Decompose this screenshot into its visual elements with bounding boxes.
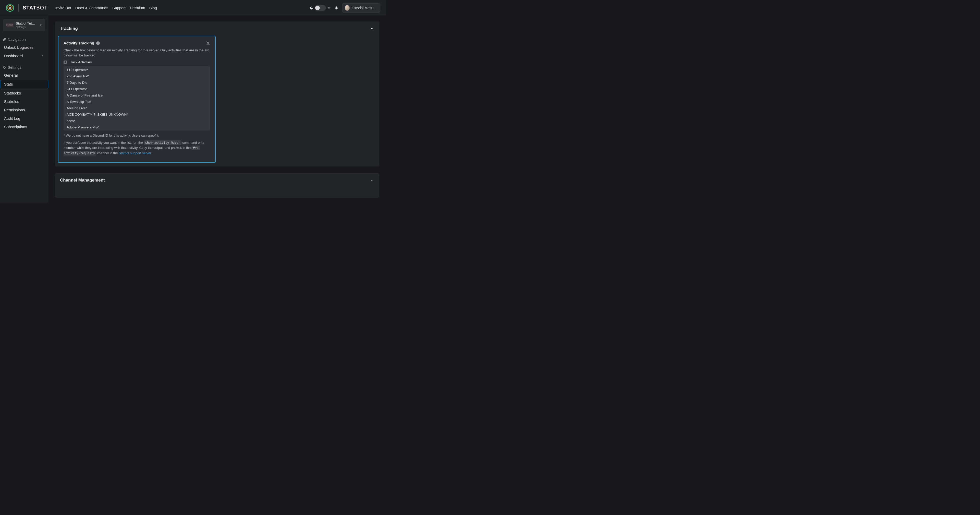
- server-selector[interactable]: STATBOT Statbot Tutorials Settings ▼: [3, 19, 45, 31]
- sidebar-item-label: Subscriptions: [4, 124, 27, 129]
- brand-bot: BOT: [36, 5, 48, 11]
- card-description: Check the box below to turn on Activity …: [64, 48, 210, 58]
- sidebar: STATBOT Statbot Tutorials Settings ▼ Nav…: [0, 16, 48, 203]
- activity-list-item[interactable]: A Dance of Fire and Ice: [64, 92, 210, 99]
- panel-title: Channel Management: [60, 178, 105, 183]
- sidebar-settings-item[interactable]: Statroles: [0, 97, 48, 106]
- activity-list-item[interactable]: A Township Tale: [64, 99, 210, 105]
- avatar: [345, 5, 350, 11]
- channel-mgmt-panel-header[interactable]: Channel Management: [55, 173, 379, 187]
- sidebar-settings-item[interactable]: Permissions: [0, 106, 48, 114]
- nav-invite[interactable]: Invite Bot: [55, 6, 71, 10]
- chevron-right-icon: [41, 54, 44, 58]
- sidebar-item-label: Audit Log: [4, 116, 20, 121]
- card-title: Activity Tracking i: [64, 41, 100, 45]
- chevron-down-icon: [369, 26, 374, 31]
- sidebar-settings-item[interactable]: Stats: [0, 80, 48, 88]
- sidebar-nav-item[interactable]: Dashboard: [0, 52, 48, 60]
- activity-list[interactable]: 112 Operator*2nd Alarm RP*7 Days to Die9…: [64, 66, 210, 131]
- spoof-footnote: * We do not have a Discord ID for this a…: [64, 133, 210, 138]
- brand-logo[interactable]: SB STAT BOT: [6, 3, 48, 12]
- sidebar-item-label: General: [4, 73, 18, 77]
- sidebar-item-label: Permissions: [4, 108, 25, 112]
- activity-list-item[interactable]: ACE COMBAT™ 7: SKIES UNKNOWN*: [64, 111, 210, 118]
- nav-section-header: Navigation: [0, 36, 48, 43]
- activity-list-item[interactable]: 7 Days to Die: [64, 80, 210, 86]
- activity-list-item[interactable]: Ableton Live*: [64, 105, 210, 111]
- sidebar-item-label: Unlock Upgrades: [4, 45, 33, 49]
- channel-management-panel: Channel Management: [55, 173, 379, 198]
- top-nav: SB STAT BOT Invite Bot Docs & Commands S…: [0, 0, 386, 16]
- sun-icon: [327, 6, 331, 10]
- server-logo-icon: STATBOT: [6, 23, 13, 27]
- sidebar-item-label: Stats: [4, 82, 13, 86]
- svg-point-3: [328, 7, 329, 8]
- sidebar-settings-item[interactable]: Audit Log: [0, 114, 48, 123]
- svg-line-8: [328, 6, 328, 7]
- settings-section-header: Settings: [0, 64, 48, 71]
- main-content: Tracking Activity Tracking i Check the b…: [48, 16, 386, 203]
- panel-title: Tracking: [60, 26, 78, 31]
- theme-toggle[interactable]: [310, 5, 331, 11]
- moon-icon: [310, 6, 313, 10]
- activity-tracking-card: Activity Tracking i Check the box below …: [58, 36, 216, 163]
- server-sub: Settings: [16, 26, 37, 29]
- track-activities-checkbox[interactable]: ✚ Track Activities: [64, 60, 210, 64]
- sidebar-item-label: Dashboard: [4, 54, 23, 58]
- server-name: Statbot Tutorials: [16, 21, 37, 26]
- link-icon: [3, 38, 6, 41]
- user-slash-icon[interactable]: [206, 41, 210, 45]
- sidebar-nav-item[interactable]: Unlock Upgrades: [0, 43, 48, 52]
- nav-blog[interactable]: Blog: [149, 6, 157, 10]
- activity-list-item[interactable]: aces*: [64, 118, 210, 124]
- chevron-down-icon: [369, 178, 374, 183]
- info-icon[interactable]: i: [96, 41, 100, 45]
- activity-list-item[interactable]: Adobe Premiere Pro*: [64, 124, 210, 131]
- user-name: Tutorial Master#…: [352, 6, 377, 10]
- code-show-activity: show activity @user: [144, 140, 181, 145]
- activity-list-item[interactable]: 112 Operator*: [64, 67, 210, 73]
- sidebar-item-label: Statroles: [4, 99, 19, 104]
- notifications-icon[interactable]: [334, 6, 339, 10]
- checkbox-icon: ✚: [64, 61, 67, 64]
- gear-icon: [3, 65, 6, 69]
- sidebar-settings-item[interactable]: Statdocks: [0, 89, 48, 97]
- nav-docs[interactable]: Docs & Commands: [75, 6, 108, 10]
- activity-list-item[interactable]: 911 Operator: [64, 86, 210, 92]
- sidebar-settings-item[interactable]: Subscriptions: [0, 123, 48, 131]
- logo-hex-icon: SB: [6, 3, 14, 12]
- sidebar-item-label: Statdocks: [4, 91, 21, 95]
- nav-support[interactable]: Support: [112, 6, 126, 10]
- tracking-panel: Tracking Activity Tracking i Check the b…: [55, 21, 379, 166]
- support-server-link[interactable]: Statbot support server: [119, 151, 151, 155]
- tracking-panel-header[interactable]: Tracking: [55, 21, 379, 36]
- sidebar-settings-item[interactable]: General: [0, 71, 48, 80]
- top-nav-links: Invite Bot Docs & Commands Support Premi…: [55, 6, 157, 10]
- help-text: If you don't see the activity you want i…: [64, 140, 210, 156]
- user-menu[interactable]: Tutorial Master#…: [342, 3, 380, 13]
- activity-list-item[interactable]: 2nd Alarm RP*: [64, 73, 210, 80]
- brand-stat: STAT: [23, 5, 36, 11]
- caret-down-icon: ▼: [40, 24, 42, 27]
- svg-text:SB: SB: [9, 7, 11, 9]
- nav-premium[interactable]: Premium: [130, 6, 145, 10]
